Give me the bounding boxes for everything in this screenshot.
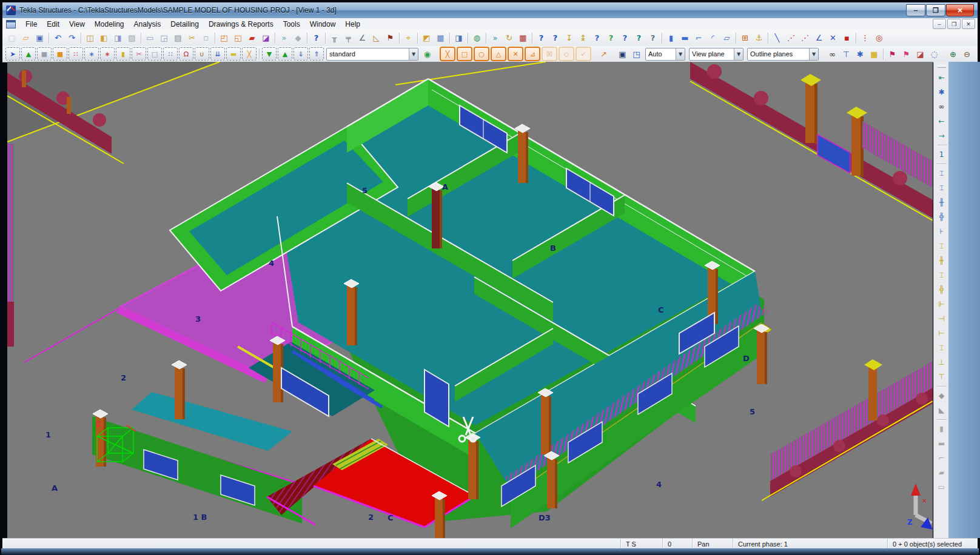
auto-modify-gears[interactable]: ✱ — [853, 47, 867, 61]
copy-properties[interactable]: ◫ — [83, 31, 97, 45]
redo[interactable]: ↷ — [65, 31, 79, 45]
select-surfaces-switch[interactable]: ■ — [53, 47, 67, 61]
partial-end-plate[interactable]: ╬ — [935, 210, 948, 224]
grid-tool[interactable]: ╥ — [327, 31, 341, 45]
add-line[interactable]: ╲ — [770, 31, 784, 45]
plane-combo[interactable]: View plane▼ — [689, 48, 743, 61]
concrete-beam-tool[interactable]: ▬ — [935, 437, 948, 450]
end-plate-connection[interactable]: ⌶ — [935, 167, 948, 180]
select-assembly-objects-up[interactable]: ⇑ — [309, 47, 324, 61]
create-concrete-slab[interactable]: ◱ — [231, 31, 245, 45]
menu-view[interactable]: View — [64, 19, 90, 29]
origin-point[interactable]: ◎ — [872, 31, 886, 45]
select-assemblies-switch[interactable]: ▬ — [226, 47, 241, 61]
select-grids-switch[interactable]: ∷ — [163, 47, 178, 61]
angle-cleat-connection[interactable]: ⊦ — [935, 225, 948, 238]
create-column[interactable]: ▮ — [664, 31, 678, 45]
import-model[interactable]: ↻ — [502, 31, 516, 45]
selection-filter-combo[interactable]: standard▼ — [326, 48, 418, 61]
zoom-original[interactable]: « — [974, 47, 978, 61]
protractor[interactable]: ◺ — [369, 31, 383, 45]
create-report[interactable]: ▤ — [171, 31, 185, 45]
find-connection[interactable]: ∞ — [935, 100, 948, 113]
inquire-drawing[interactable]: ? — [618, 31, 632, 45]
select-parts-switch[interactable]: ■ — [37, 47, 52, 61]
create-contour-plate[interactable]: ◰ — [217, 31, 231, 45]
close-button[interactable]: ✕ — [946, 4, 974, 16]
menu-file[interactable]: File — [21, 19, 42, 29]
snap-perpendicular[interactable]: ⊿ — [525, 47, 540, 61]
simple-shear-plate[interactable]: ⊣ — [935, 312, 948, 325]
create-plate[interactable]: ▱ — [720, 31, 734, 45]
mdi-child-icon[interactable] — [6, 20, 16, 28]
snap-midpoints[interactable]: △ — [491, 47, 506, 61]
measure-angle[interactable]: ? — [604, 31, 618, 45]
menu-analysis[interactable]: Analysis — [129, 19, 166, 29]
components-toggle[interactable]: ◉ — [420, 47, 434, 61]
ortho-tool[interactable]: ↗ — [597, 47, 611, 61]
chevron-down-icon[interactable]: ▼ — [676, 48, 685, 60]
undo[interactable]: ↶ — [51, 31, 65, 45]
new-model[interactable]: ▢ — [5, 31, 19, 45]
zoom-in[interactable]: ⊕ — [946, 47, 960, 61]
create-bolts[interactable]: ⊞ — [738, 31, 752, 45]
measure-distance-2[interactable]: ↨ — [576, 31, 590, 45]
select-pen-switch[interactable]: ▮ — [116, 47, 130, 61]
select-connections-switch[interactable]: Ω — [179, 47, 193, 61]
restore-button[interactable]: ❒ — [926, 4, 945, 16]
bent-plate-connection[interactable]: ⊥ — [935, 356, 948, 369]
add-points-parallel[interactable]: ⋰ — [798, 31, 812, 45]
shade-face-tool[interactable]: ◪ — [913, 47, 927, 61]
paste-objects[interactable]: ◨ — [111, 31, 125, 45]
dimension-line[interactable]: ∠ — [355, 31, 369, 45]
welded-beam-to-beam[interactable]: ⊢ — [935, 327, 948, 340]
select-cuts-switch[interactable]: ✂ — [132, 47, 146, 61]
inquire-point[interactable]: ? — [548, 31, 562, 45]
end-plate-detail[interactable]: ⌶ — [935, 341, 948, 354]
inquire-print[interactable]: ? — [646, 31, 660, 45]
mdi-restore-button[interactable]: ❒ — [947, 19, 961, 29]
inquire-object[interactable]: ? — [534, 31, 548, 45]
pick-window[interactable]: ▭ — [143, 31, 157, 45]
work-plane-tool[interactable]: ⊤ — [839, 47, 853, 61]
play-macro[interactable]: » — [488, 31, 502, 45]
mdi-close-button[interactable]: ✕ — [962, 19, 975, 29]
concrete-beam-seat[interactable]: ◣ — [935, 404, 948, 417]
select-tasks-switch[interactable]: ╳ — [242, 47, 257, 61]
level-mark[interactable]: ╤ — [341, 31, 355, 45]
bolted-gusset[interactable]: ⌶ — [935, 239, 948, 253]
select-component-objects-down[interactable]: ▼ — [262, 47, 277, 61]
select-assembly-objects-down[interactable]: ⇓ — [294, 47, 308, 61]
select-points-switch[interactable]: ∷ — [69, 47, 83, 61]
chevron-down-icon[interactable]: ▼ — [809, 48, 818, 60]
menu-window[interactable]: Window — [305, 19, 341, 29]
create-curved-beam[interactable]: ◜ — [706, 31, 720, 45]
create-beam-red[interactable]: ▰ — [245, 31, 259, 45]
snap-any-position[interactable]: ☒ — [542, 47, 557, 61]
work-area-tool[interactable]: ■ — [867, 47, 881, 61]
create-clip-plane[interactable]: ⚑ — [885, 47, 899, 61]
concrete-polybeam-tool[interactable]: ⌐ — [935, 451, 948, 465]
macro-keyboard[interactable]: ▦ — [516, 31, 530, 45]
tube-gusset[interactable]: ╫ — [935, 254, 948, 267]
create-polybeam[interactable]: ⌐ — [692, 31, 706, 45]
copy-objects[interactable]: ◧ — [97, 31, 111, 45]
cranked-beam-connection[interactable]: ⊤ — [935, 370, 948, 384]
menu-modeling[interactable]: Modeling — [90, 19, 129, 29]
next-window[interactable]: » — [277, 31, 291, 45]
menu-help[interactable]: Help — [340, 19, 365, 29]
component-pointer[interactable]: ⇤ — [935, 71, 948, 84]
snap-intersections[interactable]: ✕ — [508, 47, 523, 61]
select-wand-switch[interactable]: ∗ — [84, 47, 99, 61]
paste-view[interactable]: ◨ — [452, 31, 466, 45]
task-schedule[interactable]: ▦ — [434, 31, 448, 45]
snap-points-grid[interactable]: ╳ — [440, 47, 455, 61]
select-welds-switch[interactable]: ∪ — [195, 47, 209, 61]
menu-edit[interactable]: Edit — [42, 19, 64, 29]
autoconnection[interactable]: ✱ — [935, 85, 948, 99]
phase-button[interactable]: 1 — [935, 148, 948, 161]
chevron-down-icon[interactable]: ▼ — [734, 48, 743, 60]
split-view[interactable]: ◲ — [157, 31, 171, 45]
select-component-objects-up[interactable]: ▲ — [278, 47, 292, 61]
open-model[interactable]: ▱ — [19, 31, 33, 45]
